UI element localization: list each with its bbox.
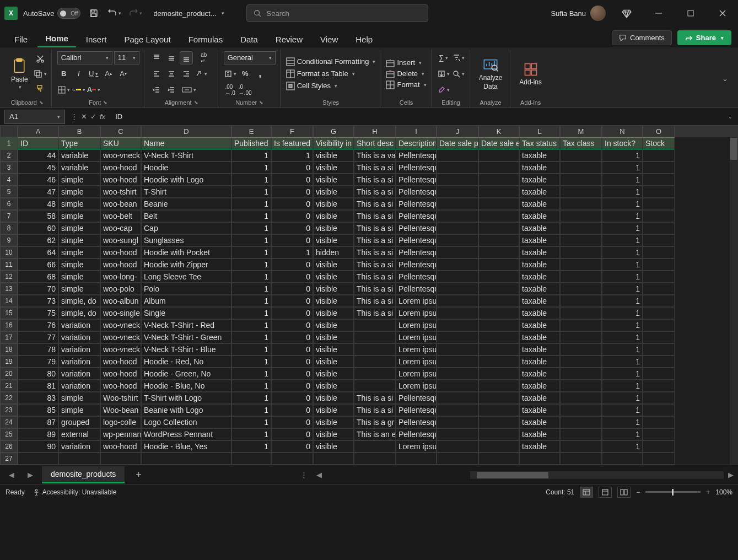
- cell[interactable]: 1: [602, 416, 643, 428]
- cell[interactable]: [560, 283, 602, 295]
- cell[interactable]: taxable: [519, 331, 560, 343]
- cell[interactable]: 0: [271, 380, 313, 392]
- minimize-button[interactable]: [648, 4, 670, 22]
- cell[interactable]: [602, 453, 643, 465]
- save-icon[interactable]: [86, 6, 101, 21]
- cell[interactable]: This is a va: [354, 149, 396, 161]
- cell[interactable]: [437, 343, 478, 356]
- cell[interactable]: [354, 331, 396, 343]
- cell[interactable]: taxable: [519, 234, 560, 246]
- cell[interactable]: [560, 234, 602, 246]
- cell[interactable]: Description: [396, 137, 437, 149]
- cell[interactable]: taxable: [519, 428, 560, 440]
- row-header-6[interactable]: 6: [0, 198, 18, 210]
- cell[interactable]: woo-vneck: [100, 331, 141, 343]
- cell[interactable]: [519, 453, 560, 465]
- cell[interactable]: 81: [18, 380, 58, 392]
- cell[interactable]: visible: [313, 416, 354, 428]
- analyze-data-button[interactable]: AnalyzeData: [476, 56, 506, 91]
- cell[interactable]: [560, 186, 602, 198]
- cell[interactable]: [437, 453, 478, 465]
- cell[interactable]: 1: [602, 234, 643, 246]
- cell[interactable]: 1: [231, 368, 271, 380]
- cell[interactable]: Sunglasses: [141, 234, 231, 246]
- cell[interactable]: V-Neck T-Shirt - Green: [141, 331, 231, 343]
- cell[interactable]: [437, 234, 478, 246]
- cell[interactable]: [478, 259, 519, 271]
- cell[interactable]: [437, 428, 478, 440]
- cell[interactable]: visible: [313, 186, 354, 198]
- fill-button[interactable]: ▾: [437, 67, 450, 80]
- cell[interactable]: simple, do: [58, 295, 100, 307]
- cell[interactable]: [478, 453, 519, 465]
- font-size-combo[interactable]: 11▾: [114, 51, 139, 64]
- cell[interactable]: [560, 416, 602, 428]
- cell[interactable]: visible: [313, 404, 354, 416]
- cell[interactable]: [643, 283, 675, 295]
- cell[interactable]: taxable: [519, 343, 560, 356]
- cell[interactable]: 1: [231, 343, 271, 356]
- cell[interactable]: 87: [18, 416, 58, 428]
- cell[interactable]: 90: [18, 440, 58, 453]
- cell[interactable]: Lorem ipsum dolor sit amet, con: [396, 295, 437, 307]
- autosum-button[interactable]: ∑▾: [437, 51, 450, 64]
- cell[interactable]: [437, 198, 478, 210]
- cell[interactable]: [437, 356, 478, 368]
- cell[interactable]: [560, 307, 602, 319]
- cell[interactable]: This is a si: [354, 404, 396, 416]
- sort-filter-button[interactable]: ▾: [452, 51, 465, 64]
- cell[interactable]: 1: [602, 343, 643, 356]
- cell[interactable]: Pellentesque habitant morbi trist: [396, 210, 437, 222]
- find-button[interactable]: ▾: [452, 67, 465, 80]
- cell[interactable]: [478, 416, 519, 428]
- cell[interactable]: taxable: [519, 307, 560, 319]
- cell[interactable]: T-Shirt with Logo: [141, 392, 231, 404]
- row-header-18[interactable]: 18: [0, 343, 18, 356]
- merge-button[interactable]: ▾: [180, 83, 198, 96]
- percent-button[interactable]: %: [239, 67, 252, 80]
- cell[interactable]: visible: [313, 356, 354, 368]
- cell[interactable]: 73: [18, 295, 58, 307]
- cell[interactable]: 1: [231, 174, 271, 186]
- cell[interactable]: Name: [141, 137, 231, 149]
- cell-styles-button[interactable]: Cell Styles▾: [286, 82, 376, 90]
- hscroll-right-button[interactable]: ▶: [728, 471, 734, 479]
- accounting-button[interactable]: ▾: [224, 67, 237, 80]
- cell[interactable]: 0: [271, 319, 313, 331]
- search-input[interactable]: Search: [246, 4, 428, 22]
- row-header-5[interactable]: 5: [0, 186, 18, 198]
- cell[interactable]: taxable: [519, 392, 560, 404]
- cell[interactable]: Hoodie with Logo: [141, 174, 231, 186]
- cell[interactable]: [643, 246, 675, 259]
- cell[interactable]: 0: [271, 428, 313, 440]
- next-sheet-button[interactable]: ▶: [23, 469, 37, 481]
- cell[interactable]: taxable: [519, 161, 560, 174]
- cell[interactable]: woo-hood: [100, 161, 141, 174]
- cell[interactable]: [560, 161, 602, 174]
- enter-formula-button[interactable]: ✓: [90, 112, 96, 121]
- cell[interactable]: 1: [602, 210, 643, 222]
- cell[interactable]: [478, 307, 519, 319]
- cell[interactable]: Lorem ipsum dolor sit amet, con: [396, 380, 437, 392]
- row-header-1[interactable]: 1: [0, 137, 18, 149]
- row-header-7[interactable]: 7: [0, 210, 18, 222]
- sheet-options-button[interactable]: ⋮: [296, 471, 312, 479]
- cell[interactable]: 0: [271, 259, 313, 271]
- bold-button[interactable]: B: [57, 67, 71, 80]
- cell[interactable]: 1: [231, 222, 271, 234]
- cell[interactable]: 1: [602, 283, 643, 295]
- cell[interactable]: [560, 343, 602, 356]
- zoom-slider[interactable]: [645, 491, 701, 493]
- cell[interactable]: Pellentesque habitant morbi trist: [396, 174, 437, 186]
- cell[interactable]: [437, 222, 478, 234]
- cell[interactable]: [643, 271, 675, 283]
- cell[interactable]: variable: [58, 149, 100, 161]
- cell[interactable]: 0: [271, 295, 313, 307]
- row-header-19[interactable]: 19: [0, 356, 18, 368]
- cell[interactable]: Lorem ipsum dolor sit amet, con: [396, 319, 437, 331]
- cell[interactable]: [354, 319, 396, 331]
- cell[interactable]: [437, 259, 478, 271]
- cell[interactable]: hidden: [313, 246, 354, 259]
- cell[interactable]: [560, 149, 602, 161]
- cell[interactable]: Date sale e: [478, 137, 519, 149]
